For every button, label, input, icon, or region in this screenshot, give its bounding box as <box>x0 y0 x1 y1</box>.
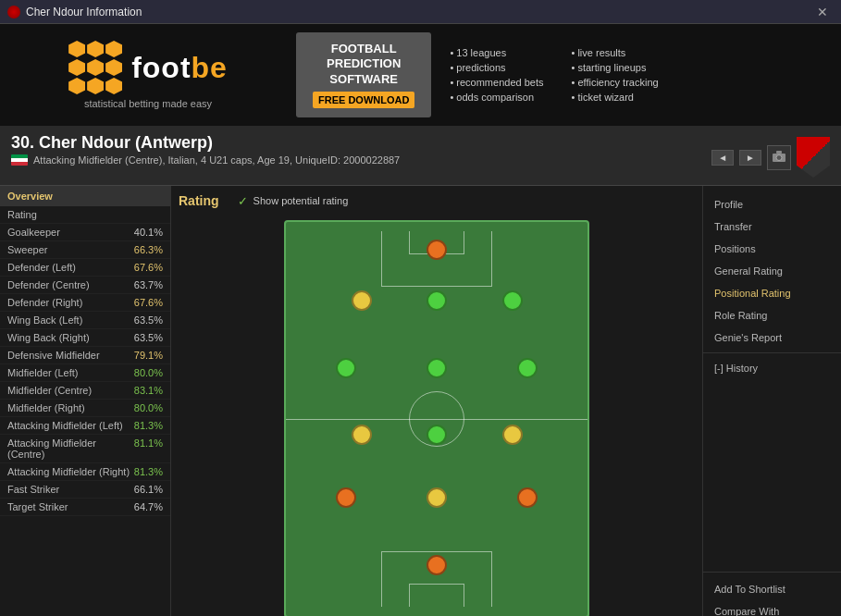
right-nav-bottom-item[interactable]: Add To Shortlist <box>703 578 841 600</box>
position-dot-wbr[interactable] <box>502 290 523 311</box>
brand-name: footbe <box>131 51 228 85</box>
sidebar-items: RatingGoalkeeper40.1%Sweeper66.3%Defende… <box>0 206 170 516</box>
sidebar-item[interactable]: Midfielder (Centre)83.1% <box>0 382 170 400</box>
sidebar-item[interactable]: Attacking Midfielder (Left)81.3% <box>0 417 170 435</box>
close-button[interactable]: ✕ <box>811 3 834 21</box>
flag-icon <box>11 154 28 166</box>
show-potential-toggle[interactable]: ✓ Show potential rating <box>238 194 349 208</box>
player-header: 30. Cher Ndour (Antwerp) Attacking Midfi… <box>0 126 841 186</box>
position-dot-ml[interactable] <box>336 358 356 378</box>
svg-rect-2 <box>776 151 782 154</box>
position-dot-dc[interactable] <box>427 290 447 311</box>
history-nav-item[interactable]: [-] History <box>703 357 841 379</box>
prev-button[interactable]: ◄ <box>711 150 734 166</box>
sidebar-item[interactable]: Defensive Midfielder79.1% <box>0 347 170 364</box>
rating-header: Rating ✓ Show potential rating <box>179 193 695 208</box>
position-dot-aml[interactable] <box>352 425 372 445</box>
footbe-logo: footbe statistical betting made easy <box>19 41 278 109</box>
right-nav-item[interactable]: General Rating <box>703 260 841 282</box>
sidebar-item[interactable]: Attacking Midfielder (Right)81.3% <box>0 463 170 481</box>
player-info: Attacking Midfielder (Centre), Italian, … <box>11 154 400 166</box>
pitch-container <box>179 216 695 616</box>
hex-icon <box>68 41 122 94</box>
svg-point-1 <box>776 154 782 160</box>
position-dot-mr[interactable] <box>517 358 538 378</box>
right-nav-items: ProfileTransferPositionsGeneral RatingPo… <box>703 193 841 349</box>
player-name: 30. Cher Ndour (Antwerp) <box>11 133 400 153</box>
main-content: Overview RatingGoalkeeper40.1%Sweeper66.… <box>0 186 841 616</box>
nav-separator <box>703 352 841 353</box>
position-dot-gk[interactable] <box>427 240 447 260</box>
club-shield <box>797 137 830 178</box>
right-nav-item[interactable]: Positional Rating <box>703 282 841 304</box>
sidebar-item[interactable]: Fast Striker66.1% <box>0 481 170 499</box>
football-pitch <box>284 220 589 616</box>
position-dot-amc[interactable] <box>427 425 447 445</box>
window-title: Cher Ndour Information <box>26 6 142 18</box>
position-dot-sr[interactable] <box>517 487 538 508</box>
rating-title: Rating <box>179 193 219 208</box>
next-button[interactable]: ► <box>739 150 761 166</box>
right-nav-bottom: Add To ShortlistCompare With <box>703 572 841 616</box>
right-nav-item[interactable]: Genie's Report <box>703 326 841 349</box>
app-icon <box>7 6 20 18</box>
right-nav-bottom-item[interactable]: Compare With <box>703 600 841 616</box>
position-dot-sc[interactable] <box>427 487 447 508</box>
right-nav-item[interactable]: Profile <box>703 193 841 216</box>
sidebar-item[interactable]: Midfielder (Right)80.0% <box>0 400 170 417</box>
sidebar-item[interactable]: Defender (Right)67.6% <box>0 294 170 312</box>
right-nav-item[interactable]: Transfer <box>703 216 841 238</box>
sidebar-item[interactable]: Attacking Midfielder (Centre)81.1% <box>0 435 170 463</box>
sidebar-item[interactable]: Wing Back (Left)63.5% <box>0 312 170 329</box>
sidebar-item[interactable]: Target Striker64.7% <box>0 499 170 516</box>
position-dot-mc[interactable] <box>427 358 447 378</box>
right-nav-item[interactable]: Positions <box>703 238 841 260</box>
right-nav-item[interactable]: Role Rating <box>703 304 841 326</box>
left-sidebar: Overview RatingGoalkeeper40.1%Sweeper66.… <box>0 186 171 616</box>
center-content: Rating ✓ Show potential rating <box>171 186 702 616</box>
title-bar-content: Cher Ndour Information <box>7 6 142 18</box>
position-dot-wbl[interactable] <box>352 290 372 311</box>
position-dot-amr[interactable] <box>502 425 523 445</box>
overview-header[interactable]: Overview <box>0 186 170 206</box>
checkbox-icon: ✓ <box>238 194 248 208</box>
sidebar-item[interactable]: Defender (Centre)63.7% <box>0 277 170 294</box>
banner: footbe statistical betting made easy FOO… <box>0 24 841 126</box>
camera-icon[interactable] <box>767 145 791 170</box>
position-dot-st[interactable] <box>427 555 447 575</box>
sidebar-item[interactable]: Wing Back (Right)63.5% <box>0 329 170 347</box>
sidebar-item[interactable]: Goalkeeper40.1% <box>0 224 170 241</box>
sidebar-item[interactable]: Sweeper66.3% <box>0 241 170 259</box>
download-button[interactable]: FOOTBALL PREDICTION SOFTWARE FREE DOWNLO… <box>296 32 431 118</box>
title-bar: Cher Ndour Information ✕ <box>0 0 841 24</box>
right-sidebar: ProfileTransferPositionsGeneral RatingPo… <box>702 186 841 616</box>
position-dot-sl[interactable] <box>336 487 356 508</box>
banner-features: 13 leagues predictions recommended bets … <box>450 47 822 103</box>
sidebar-item[interactable]: Rating <box>0 206 170 224</box>
sidebar-item[interactable]: Midfielder (Left)80.0% <box>0 364 170 382</box>
bottom-goal-box <box>409 584 464 607</box>
sidebar-item[interactable]: Defender (Left)67.6% <box>0 259 170 277</box>
tagline: statistical betting made easy <box>84 98 212 109</box>
